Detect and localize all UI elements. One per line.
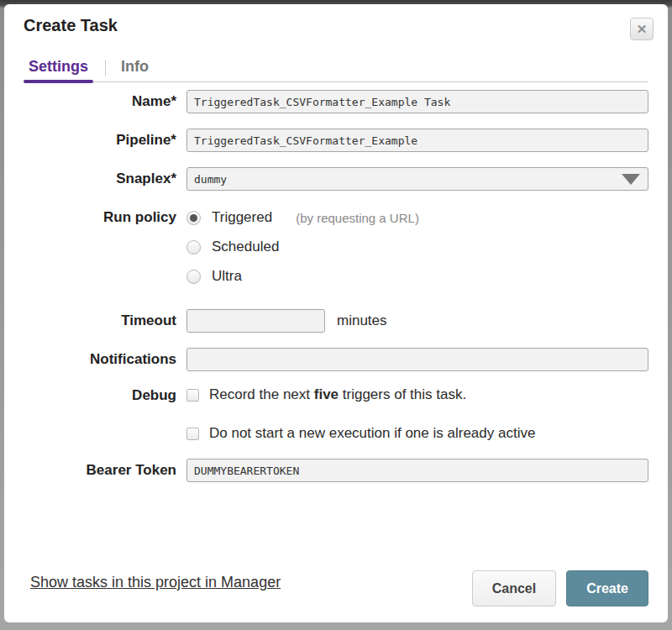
radio-unselected-icon[interactable]: [186, 240, 201, 255]
pipeline-label: Pipeline*: [4, 129, 176, 149]
bearer-token-row: Bearer Token: [4, 459, 648, 482]
debug-row: Debug Record the next five triggers of t…: [4, 386, 648, 459]
debug-record-checkbox-row[interactable]: Record the next five triggers of this ta…: [186, 386, 648, 403]
run-policy-label: Run policy: [4, 207, 176, 226]
timeout-row: Timeout minutes: [4, 309, 648, 333]
create-button[interactable]: Create: [566, 570, 648, 606]
radio-selected-icon[interactable]: [186, 211, 201, 225]
create-task-dialog: Create Task ✕ Settings Info Name* Pipeli…: [4, 4, 668, 622]
dropdown-arrow-icon: [622, 174, 640, 185]
snaplex-label: Snaplex*: [4, 167, 176, 187]
snaplex-select[interactable]: dummy: [186, 167, 648, 191]
radio-unselected-icon[interactable]: [186, 270, 201, 284]
tab-settings[interactable]: Settings: [24, 58, 93, 81]
debug-record-text-prefix: Record the next: [209, 386, 314, 402]
pipeline-row: Pipeline*: [4, 129, 648, 152]
close-icon: ✕: [637, 23, 648, 35]
debug-record-label: Record the next five triggers of this ta…: [209, 386, 466, 403]
cancel-button[interactable]: Cancel: [472, 570, 556, 606]
notifications-input[interactable]: [186, 348, 648, 371]
snaplex-row: Snaplex* dummy: [4, 167, 648, 191]
radio-ultra-label: Ultra: [212, 268, 242, 285]
debug-label: Debug: [4, 386, 176, 404]
notifications-label: Notifications: [4, 348, 176, 368]
no-restart-label: Do not start a new execution if one is a…: [209, 425, 535, 442]
name-row: Name*: [4, 90, 648, 113]
radio-triggered-label: Triggered: [212, 209, 272, 226]
radio-scheduled-label: Scheduled: [212, 239, 279, 255]
notifications-row: Notifications: [4, 348, 648, 371]
timeout-label: Timeout: [4, 309, 176, 329]
run-policy-row: Run policy Triggered (by requesting a UR…: [4, 207, 648, 297]
radio-option-ultra[interactable]: Ultra: [186, 268, 648, 285]
tab-info-label: Info: [121, 58, 149, 75]
bearer-token-label: Bearer Token: [4, 459, 176, 479]
close-button[interactable]: ✕: [630, 18, 654, 40]
dialog-title: Create Task: [24, 16, 118, 35]
radio-triggered-hint: (by requesting a URL): [296, 211, 419, 225]
run-policy-options: Triggered (by requesting a URL) Schedule…: [186, 207, 648, 297]
timeout-input[interactable]: [186, 309, 325, 333]
footer-buttons: Cancel Create: [472, 570, 648, 606]
modal-overlay: Create Task ✕ Settings Info Name* Pipeli…: [0, 0, 672, 630]
tab-info[interactable]: Info: [116, 58, 154, 81]
name-input[interactable]: [186, 90, 648, 113]
show-tasks-link[interactable]: Show tasks in this project in Manager: [30, 574, 281, 591]
task-form: Name* Pipeline* Snaplex* dummy: [4, 90, 648, 497]
radio-option-scheduled[interactable]: Scheduled: [186, 239, 648, 255]
name-label: Name*: [4, 90, 176, 110]
debug-record-text-bold: five: [314, 386, 339, 402]
checkbox-unchecked-icon[interactable]: [186, 428, 199, 440]
tab-divider: [105, 60, 106, 76]
checkbox-unchecked-icon[interactable]: [186, 389, 199, 402]
pipeline-input[interactable]: [186, 129, 648, 152]
no-restart-checkbox-row[interactable]: Do not start a new execution if one is a…: [186, 425, 648, 442]
tab-settings-label: Settings: [29, 58, 88, 75]
timeout-suffix: minutes: [337, 312, 387, 329]
radio-option-triggered[interactable]: Triggered (by requesting a URL): [186, 209, 648, 226]
snaplex-selected-value: dummy: [194, 173, 227, 186]
tab-bar: Settings Info: [24, 58, 648, 82]
bearer-token-input[interactable]: [186, 459, 648, 482]
debug-record-text-suffix: triggers of this task.: [339, 386, 466, 402]
